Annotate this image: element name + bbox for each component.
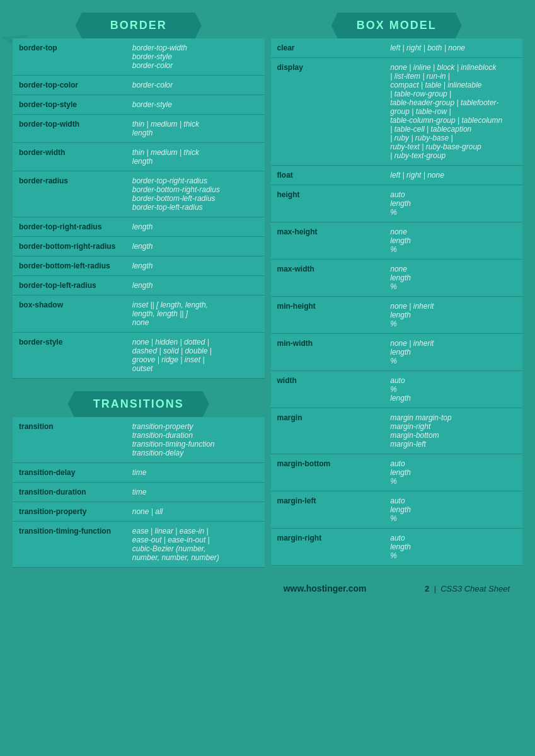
footer-page-label: CSS3 Cheat Sheet (440, 584, 510, 593)
property-name: transition-delay (13, 463, 126, 483)
property-values: ease | linear | ease-in |ease-out | ease… (126, 522, 265, 568)
property-name: float (271, 166, 384, 185)
transitions-table-wrapper: transitiontransition-propertytransition-… (13, 417, 265, 568)
property-name: border-top-right-radius (13, 217, 126, 237)
property-values: none | inheritlength% (384, 297, 522, 334)
footer-website: www.hostinger.com (225, 583, 425, 593)
property-name: width (271, 371, 384, 408)
property-values: time (126, 483, 265, 502)
property-values: thin | medium | thicklength (126, 115, 265, 143)
property-name: margin (271, 408, 384, 454)
property-name: display (271, 58, 384, 166)
property-name: border-bottom-right-radius (13, 237, 126, 256)
table-row: floatleft | right | none (271, 166, 523, 185)
transitions-section-title: TRANSITIONS (68, 391, 209, 417)
table-row: border-top-styleborder-style (13, 95, 265, 115)
property-values: autolength% (384, 454, 522, 491)
box-model-table-wrapper: clearleft | right | both | nonedisplayno… (271, 38, 523, 566)
table-row: transition-durationtime (13, 483, 265, 502)
columns: BORDER border-topborder-top-widthborder-… (13, 13, 522, 568)
property-values: thin | medium | thicklength (126, 143, 265, 171)
property-values: border-top-widthborder-styleborder-color (126, 38, 265, 76)
property-values: border-style (126, 95, 265, 115)
table-row: transition-delaytime (13, 463, 265, 483)
property-values: time (126, 463, 265, 483)
border-section-header-wrapper: BORDER (13, 13, 265, 38)
property-name: margin-left (271, 491, 384, 529)
property-values: length (126, 237, 265, 256)
property-values: transition-propertytransition-durationtr… (126, 417, 265, 463)
table-row: margin-bottomautolength% (271, 454, 523, 491)
transitions-section-header-wrapper: TRANSITIONS (13, 391, 265, 417)
property-values: left | right | both | none (384, 38, 522, 58)
property-values: none | hidden | dotted |dashed | solid |… (126, 333, 265, 379)
property-values: border-color (126, 76, 265, 95)
property-values: margin margin-topmargin-rightmargin-bott… (384, 408, 522, 454)
table-row: border-radiusborder-top-right-radiusbord… (13, 171, 265, 217)
property-name: border-top (13, 38, 126, 76)
left-column: BORDER border-topborder-top-widthborder-… (13, 13, 265, 568)
property-name: max-height (271, 222, 384, 260)
property-name: border-style (13, 333, 126, 379)
property-values: nonelength% (384, 260, 522, 297)
property-name: transition-property (13, 502, 126, 522)
property-name: border-bottom-left-radius (13, 256, 126, 276)
property-values: length (126, 217, 265, 237)
property-values: inset || [ length, length,length, length… (126, 295, 265, 333)
property-name: margin-bottom (271, 454, 384, 491)
border-table: border-topborder-top-widthborder-stylebo… (13, 38, 265, 379)
footer: www.hostinger.com 2 | CSS3 Cheat Sheet (13, 574, 522, 603)
property-values: nonelength% (384, 222, 522, 260)
property-name: min-width (271, 334, 384, 371)
table-row: border-top-colorborder-color (13, 76, 265, 95)
table-row: min-widthnone | inheritlength% (271, 334, 523, 371)
property-name: border-width (13, 143, 126, 171)
table-row: border-bottom-left-radiuslength (13, 256, 265, 276)
property-name: border-top-width (13, 115, 126, 143)
box-model-section-header-wrapper: BOX MODEL (271, 13, 523, 38)
property-values: left | right | none (384, 166, 522, 185)
property-name: transition (13, 417, 126, 463)
property-name: transition-timing-function (13, 522, 126, 568)
table-row: transitiontransition-propertytransition-… (13, 417, 265, 463)
property-values: none | all (126, 502, 265, 522)
table-row: transition-timing-functionease | linear … (13, 522, 265, 568)
property-values: length (126, 276, 265, 295)
table-row: widthauto%length (271, 371, 523, 408)
table-row: marginmargin margin-topmargin-rightmargi… (271, 408, 523, 454)
table-row: border-widththin | medium | thicklength (13, 143, 265, 171)
table-row: clearleft | right | both | none (271, 38, 523, 58)
property-name: height (271, 185, 384, 222)
table-row: border-stylenone | hidden | dotted |dash… (13, 333, 265, 379)
box-model-section-title: BOX MODEL (331, 13, 462, 38)
table-row: displaynone | inline | block | inlineblo… (271, 58, 523, 166)
property-values: autolength% (384, 491, 522, 529)
table-row: transition-propertynone | all (13, 502, 265, 522)
property-values: autolength% (384, 529, 522, 566)
property-name: border-top-left-radius (13, 276, 126, 295)
transitions-table: transitiontransition-propertytransition-… (13, 417, 265, 568)
transitions-wrapper: TRANSITIONS transitiontransition-propert… (13, 391, 265, 568)
property-values: none | inline | block | inlineblock| lis… (384, 58, 522, 166)
property-name: clear (271, 38, 384, 58)
main-container: BORDER border-topborder-top-widthborder-… (0, 0, 535, 603)
property-values: auto%length (384, 371, 522, 408)
table-row: border-bottom-right-radiuslength (13, 237, 265, 256)
table-row: border-top-right-radiuslength (13, 217, 265, 237)
footer-page-info: 2 | CSS3 Cheat Sheet (425, 584, 510, 593)
property-name: transition-duration (13, 483, 126, 502)
property-name: border-radius (13, 171, 126, 217)
table-row: heightautolength% (271, 185, 523, 222)
property-values: length (126, 256, 265, 276)
footer-page-number: 2 (425, 584, 429, 593)
table-row: min-heightnone | inheritlength% (271, 297, 523, 334)
table-row: max-heightnonelength% (271, 222, 523, 260)
table-row: border-topborder-top-widthborder-stylebo… (13, 38, 265, 76)
property-name: border-top-style (13, 95, 126, 115)
box-model-table: clearleft | right | both | nonedisplayno… (271, 38, 523, 566)
table-row: border-top-left-radiuslength (13, 276, 265, 295)
property-name: min-height (271, 297, 384, 334)
table-row: margin-leftautolength% (271, 491, 523, 529)
property-values: autolength% (384, 185, 522, 222)
property-values: border-top-right-radiusborder-bottom-rig… (126, 171, 265, 217)
